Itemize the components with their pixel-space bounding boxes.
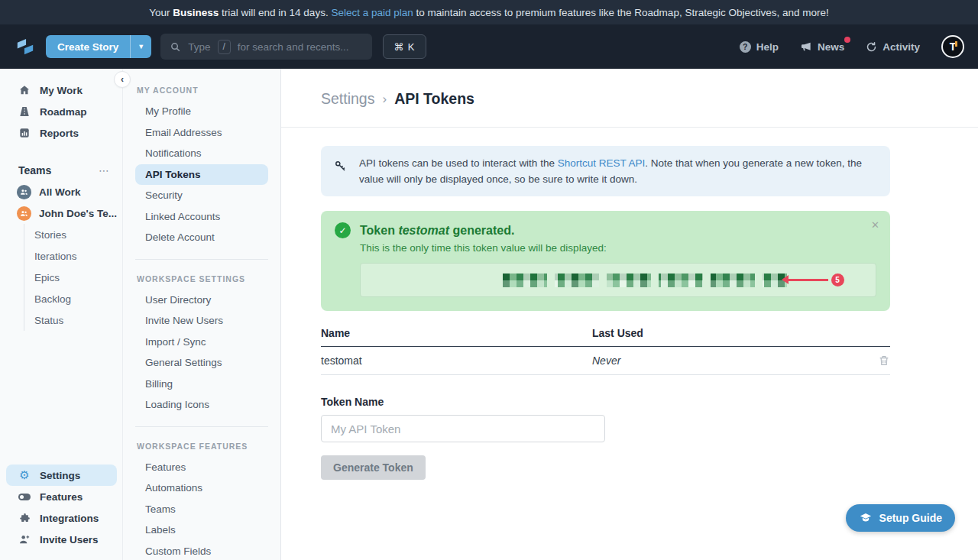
shortcut-rest-api-link[interactable]: Shortcut REST API — [558, 157, 646, 169]
settings-nav-user-directory[interactable]: User Directory — [135, 290, 268, 311]
gear-icon: ⚙ — [18, 469, 31, 481]
cmd-k-shortcut-badge: ⌘ K — [383, 34, 426, 59]
select-paid-plan-link[interactable]: Select a paid plan — [331, 7, 413, 18]
settings-nav-loading-icons[interactable]: Loading Icons — [135, 394, 268, 416]
settings-nav-teams[interactable]: Teams — [135, 499, 268, 520]
toggle-icon — [18, 490, 31, 503]
token-name-label: Token Name — [321, 396, 890, 408]
check-circle-icon: ✓ — [335, 222, 351, 238]
table-header-row: Name Last Used — [321, 327, 890, 347]
sidebar-item-label: My Work — [40, 85, 83, 96]
info-text-pre: API tokens can be used to interact with … — [359, 157, 558, 169]
team-label: John Doe's Te... — [39, 208, 117, 219]
teams-section-header: Teams ⋯ — [0, 160, 122, 181]
settings-nav-billing[interactable]: Billing — [135, 374, 268, 395]
trial-text-mid: trial will end in 14 days. — [219, 7, 331, 18]
annotation-badge: 5 — [831, 274, 844, 286]
sidebar-item-roadmap[interactable]: Roadmap — [0, 101, 122, 122]
help-button[interactable]: ? Help — [740, 41, 779, 53]
search-placeholder-pre: Type — [188, 41, 210, 53]
sidebar-item-settings[interactable]: ⚙ Settings — [6, 465, 117, 486]
settings-nav-custom-fields[interactable]: Custom Fields — [135, 541, 268, 560]
user-avatar[interactable]: T — [941, 35, 964, 58]
token-name-cell: testomat — [321, 347, 592, 375]
sidebar-item-features[interactable]: Features — [6, 486, 117, 507]
bar-chart-icon — [18, 127, 31, 139]
sidebar-item-label: Integrations — [40, 513, 99, 524]
teams-header-label: Teams — [18, 164, 51, 176]
sidebar-subitem-iterations[interactable]: Iterations — [24, 245, 122, 267]
settings-nav-api-tokens[interactable]: API Tokens — [135, 164, 268, 186]
sidebar-item-my-work[interactable]: My Work — [0, 79, 122, 101]
news-label: News — [818, 41, 844, 53]
teams-more-icon[interactable]: ⋯ — [99, 164, 110, 176]
sidebar-subitem-stories[interactable]: Stories — [24, 224, 122, 245]
search-input[interactable]: Type / for search and recents... — [160, 34, 372, 60]
trial-text-post: to maintain access to premium features l… — [413, 7, 829, 18]
delete-token-button[interactable] — [860, 354, 890, 367]
sidebar-item-reports[interactable]: Reports — [0, 122, 122, 144]
settings-nav-email-addresses[interactable]: Email Addresses — [135, 122, 268, 144]
chevron-left-icon: ‹ — [121, 74, 124, 85]
create-story-caret-icon[interactable]: ▼ — [130, 35, 151, 58]
create-story-button[interactable]: Create Story — [46, 35, 130, 58]
column-header-name: Name — [321, 327, 592, 347]
left-sidebar: My Work Roadmap Reports Teams ⋯ All Work… — [0, 69, 123, 560]
sidebar-subitem-backlog[interactable]: Backlog — [24, 288, 122, 309]
column-header-actions — [860, 327, 890, 347]
team-subitems: Stories Iterations Epics Backlog Status — [24, 224, 122, 331]
sidebar-item-label: Invite Users — [40, 534, 99, 545]
token-name-input[interactable] — [321, 415, 605, 442]
sidebar-team-all-work[interactable]: All Work — [0, 181, 122, 202]
help-icon: ? — [740, 41, 751, 53]
sidebar-item-integrations[interactable]: Integrations — [6, 507, 117, 529]
settings-nav-security[interactable]: Security — [135, 185, 268, 206]
help-label: Help — [756, 41, 779, 53]
settings-nav-invite-new-users[interactable]: Invite New Users — [135, 310, 268, 332]
sidebar-team-john-does-team[interactable]: John Doe's Te... — [0, 202, 122, 224]
settings-nav-linked-accounts[interactable]: Linked Accounts — [135, 206, 268, 228]
main-content: Settings › API Tokens API tokens can be … — [281, 69, 978, 560]
success-token-name: testomat — [398, 224, 449, 237]
trial-banner: Your Business trial will end in 14 days.… — [0, 0, 978, 24]
settings-nav-my-profile[interactable]: My Profile — [135, 101, 268, 122]
sidebar-subitem-epics[interactable]: Epics — [24, 267, 122, 288]
breadcrumb: Settings › API Tokens — [281, 69, 978, 108]
activity-button[interactable]: Activity — [866, 41, 920, 53]
settings-nav-features[interactable]: Features — [135, 457, 268, 478]
graduation-cap-icon — [859, 511, 873, 525]
settings-nav-import-sync[interactable]: Import / Sync — [135, 332, 268, 353]
road-icon — [18, 105, 31, 118]
settings-nav-automations[interactable]: Automations — [135, 477, 268, 499]
close-icon[interactable]: ✕ — [871, 219, 879, 231]
settings-nav-notifications[interactable]: Notifications — [135, 143, 268, 164]
settings-nav-general-settings[interactable]: General Settings — [135, 352, 268, 374]
sidebar-item-invite-users[interactable]: Invite Users — [6, 529, 117, 550]
settings-section-title: WORKSPACE SETTINGS — [123, 270, 280, 290]
breadcrumb-settings-link[interactable]: Settings — [321, 90, 374, 108]
token-last-used-cell: Never — [592, 347, 860, 375]
house-icon — [18, 84, 31, 96]
activity-label: Activity — [882, 41, 920, 53]
sidebar-subitem-status[interactable]: Status — [24, 309, 122, 331]
setup-guide-label: Setup Guide — [879, 512, 942, 524]
generate-token-button[interactable]: Generate Token — [321, 455, 426, 480]
token-generated-banner: ✓ Token testomat generated. ✕ This is th… — [321, 211, 890, 311]
settings-nav-delete-account[interactable]: Delete Account — [135, 227, 268, 248]
news-button[interactable]: News — [800, 40, 844, 53]
search-icon — [170, 41, 181, 53]
sidebar-bottom-group: ⚙ Settings Features Integrations Invite … — [0, 465, 122, 550]
success-title-pre: Token — [360, 224, 398, 237]
sidebar-collapse-button[interactable]: ‹ — [114, 71, 131, 88]
api-tokens-table: Name Last Used testomat Never — [321, 327, 890, 375]
shortcut-logo-icon[interactable] — [14, 35, 37, 58]
trash-icon — [878, 354, 890, 367]
settings-nav: MY ACCOUNT My Profile Email Addresses No… — [123, 69, 281, 560]
trial-plan-name: Business — [173, 7, 219, 18]
success-subtitle: This is the only time this token value w… — [360, 242, 876, 254]
activity-icon — [866, 41, 877, 53]
setup-guide-button[interactable]: Setup Guide — [846, 504, 955, 532]
puzzle-icon — [18, 512, 31, 524]
page-title: API Tokens — [394, 90, 474, 108]
settings-nav-labels[interactable]: Labels — [135, 520, 268, 541]
